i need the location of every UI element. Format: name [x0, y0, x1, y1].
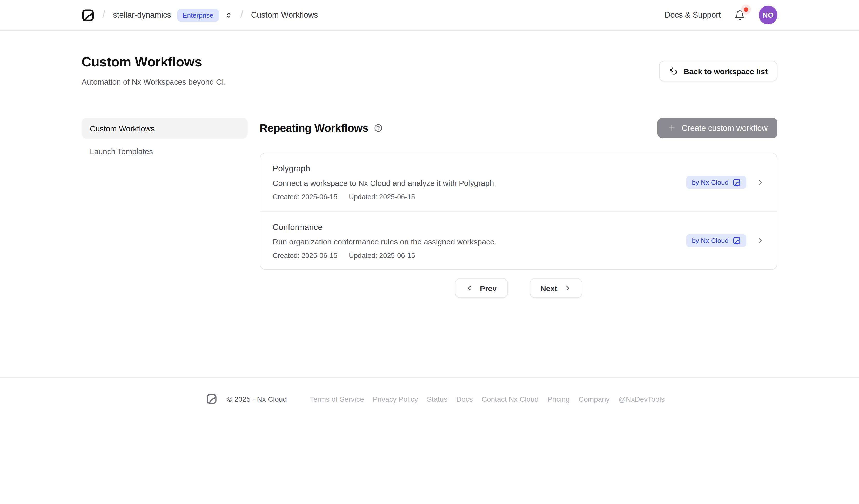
chevrons-up-down-icon	[225, 11, 233, 19]
footer-link-terms-of-service[interactable]: Terms of Service	[310, 395, 364, 403]
create-custom-workflow-button[interactable]: Create custom workflow	[657, 118, 778, 138]
workflow-description: Run organization conformance rules on th…	[273, 235, 497, 248]
create-button-label: Create custom workflow	[682, 123, 768, 133]
chevron-left-icon	[466, 285, 473, 292]
badge-label: by Nx Cloud	[692, 237, 729, 244]
workflow-row-right: by Nx Cloud	[686, 234, 765, 247]
docs-support-link[interactable]: Docs & Support	[664, 10, 721, 20]
help-icon[interactable]	[374, 124, 383, 132]
next-label: Next	[540, 284, 557, 292]
workflow-updated: Updated: 2025-06-15	[349, 193, 415, 202]
workflow-dates: Created: 2025-06-15 Updated: 2025-06-15	[273, 251, 497, 260]
workflow-created: Created: 2025-06-15	[273, 251, 337, 260]
footer-link-contact-nx-cloud[interactable]: Contact Nx Cloud	[482, 395, 539, 403]
undo-arrow-icon	[669, 66, 679, 76]
workspace-switcher[interactable]: stellar-dynamics Enterprise	[113, 9, 232, 21]
workflow-description: Connect a workspace to Nx Cloud and anal…	[273, 177, 496, 189]
nx-mini-logo-icon	[733, 178, 741, 186]
sidebar-item-custom-workflows[interactable]: Custom Workflows	[81, 118, 248, 139]
workflow-info: Conformance Run organization conformance…	[273, 221, 497, 260]
top-nav-bar: / stellar-dynamics Enterprise / Custom W…	[0, 0, 859, 31]
workflow-name: Conformance	[273, 221, 497, 233]
footer-link-company[interactable]: Company	[578, 395, 610, 403]
plan-badge: Enterprise	[177, 9, 219, 21]
footer-link-privacy-policy[interactable]: Privacy Policy	[373, 395, 418, 403]
workflow-row-polygraph[interactable]: Polygraph Connect a workspace to Nx Clou…	[260, 153, 777, 211]
user-avatar[interactable]: NO	[759, 6, 778, 25]
by-nx-cloud-badge[interactable]: by Nx Cloud	[686, 234, 746, 247]
settings-sidebar: Custom Workflows Launch Templates	[81, 118, 248, 162]
breadcrumb: / stellar-dynamics Enterprise / Custom W…	[81, 9, 318, 21]
back-to-workspace-list-button[interactable]: Back to workspace list	[659, 61, 778, 81]
bell-icon	[734, 10, 745, 20]
notification-dot	[744, 7, 748, 12]
nx-mini-logo-icon	[733, 237, 741, 244]
footer-link-pricing[interactable]: Pricing	[547, 395, 570, 403]
footer-link-status[interactable]: Status	[427, 395, 448, 403]
workflows-panel: Repeating Workflows	[260, 118, 778, 298]
prev-button[interactable]: Prev	[455, 278, 508, 298]
workflow-row-right: by Nx Cloud	[686, 176, 765, 189]
breadcrumb-current-page: Custom Workflows	[251, 10, 318, 20]
workflow-created: Created: 2025-06-15	[273, 193, 337, 202]
page-title-block: Custom Workflows Automation of Nx Worksp…	[81, 54, 226, 88]
workflow-dates: Created: 2025-06-15 Updated: 2025-06-15	[273, 193, 496, 202]
workflow-name: Polygraph	[273, 163, 496, 175]
next-button[interactable]: Next	[529, 278, 582, 298]
badge-label: by Nx Cloud	[692, 178, 729, 186]
section-title: Repeating Workflows	[260, 122, 368, 134]
workflow-updated: Updated: 2025-06-15	[349, 251, 415, 260]
plus-icon	[667, 124, 676, 132]
workflow-info: Polygraph Connect a workspace to Nx Clou…	[273, 163, 496, 202]
notifications-button[interactable]	[733, 9, 746, 21]
footer-link-nxdevtools[interactable]: @NxDevTools	[619, 395, 665, 403]
footer-link-docs[interactable]: Docs	[456, 395, 473, 403]
pagination: Prev Next	[260, 278, 778, 298]
copyright-text: © 2025 - Nx Cloud	[227, 395, 287, 403]
workflow-row-conformance[interactable]: Conformance Run organization conformance…	[260, 211, 777, 270]
main-content: Custom Workflows Automation of Nx Worksp…	[0, 31, 859, 377]
chevron-right-icon	[756, 236, 765, 245]
breadcrumb-separator: /	[240, 9, 243, 20]
topbar-right: Docs & Support NO	[664, 6, 778, 25]
chevron-right-icon	[756, 178, 765, 187]
nx-footer-logo-icon	[206, 394, 217, 404]
footer-links: Terms of Service Privacy Policy Status D…	[310, 395, 665, 403]
prev-label: Prev	[480, 284, 497, 292]
page-title: Custom Workflows	[81, 54, 226, 70]
workflow-list: Polygraph Connect a workspace to Nx Clou…	[260, 153, 778, 270]
back-button-label: Back to workspace list	[684, 67, 768, 76]
nx-logo-icon[interactable]	[81, 9, 94, 21]
by-nx-cloud-badge[interactable]: by Nx Cloud	[686, 176, 746, 189]
breadcrumb-separator: /	[102, 9, 105, 20]
page: / stellar-dynamics Enterprise / Custom W…	[0, 0, 859, 504]
workspace-name: stellar-dynamics	[113, 10, 171, 20]
footer: © 2025 - Nx Cloud Terms of Service Priva…	[0, 377, 859, 504]
chevron-right-icon	[564, 285, 571, 292]
page-subtitle: Automation of Nx Workspaces beyond CI.	[81, 76, 226, 88]
sidebar-item-launch-templates[interactable]: Launch Templates	[81, 141, 248, 162]
